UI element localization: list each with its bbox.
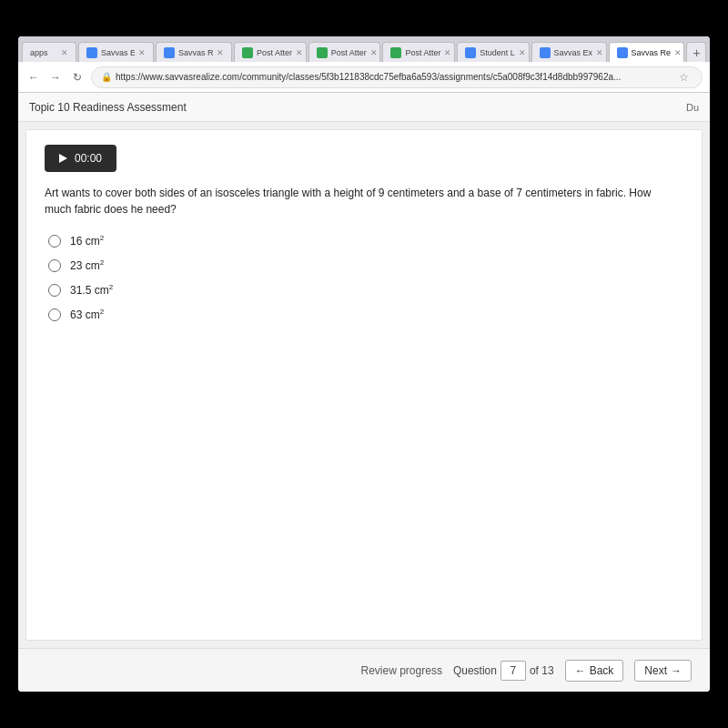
tab-student[interactable]: Student L ✕ xyxy=(457,42,529,62)
browser-tabs: apps ✕ Savvas Ex ✕ Savvas Re ✕ Post Atte… xyxy=(18,36,710,62)
page-title: Topic 10 Readiness Assessment xyxy=(29,101,187,114)
tab-favicon xyxy=(617,47,628,58)
answer-option-a[interactable]: 16 cm2 xyxy=(48,234,683,248)
page-header-right: Du xyxy=(686,102,699,113)
tab-favicon xyxy=(390,47,401,58)
tab-favicon xyxy=(242,47,253,58)
question-text: Art wants to cover both sides of an isos… xyxy=(45,185,663,217)
tab-close-icon[interactable]: ✕ xyxy=(674,48,682,57)
tab-favicon xyxy=(540,47,551,58)
video-time: 00:00 xyxy=(75,152,102,165)
answer-option-d[interactable]: 63 cm2 xyxy=(48,308,683,321)
next-label: Next xyxy=(644,664,667,677)
bottom-bar: Review progress Question 7 of 13 Back Ne… xyxy=(18,648,710,692)
tab-close-icon[interactable]: ✕ xyxy=(61,48,68,57)
tab-favicon xyxy=(465,47,476,58)
answer-label-d: 63 cm2 xyxy=(70,308,104,321)
review-progress-button[interactable]: Review progress xyxy=(361,664,442,677)
tab-savvas-ex-2[interactable]: Savvas Ex ✕ xyxy=(531,42,607,62)
answer-option-c[interactable]: 31.5 cm2 xyxy=(48,283,683,297)
address-bar: ← → ↻ 🔒 https://www.savvasrealize.com/co… xyxy=(18,62,710,93)
next-button[interactable]: Next xyxy=(634,660,692,682)
answer-label-a: 16 cm2 xyxy=(70,234,104,248)
tab-close-icon[interactable]: ✕ xyxy=(519,48,526,57)
video-play-button[interactable]: 00:00 xyxy=(45,145,116,172)
next-arrow-icon xyxy=(671,664,682,677)
tab-favicon xyxy=(164,47,175,58)
back-arrow-icon xyxy=(575,664,586,677)
tab-savvas-re-active[interactable]: Savvas Re ✕ xyxy=(609,42,685,62)
current-question: 7 xyxy=(511,664,517,677)
reload-button[interactable]: ↻ xyxy=(69,69,86,86)
question-navigation: Question 7 of 13 xyxy=(453,661,554,681)
url-bar[interactable]: 🔒 https://www.savvasrealize.com/communit… xyxy=(91,66,703,88)
tab-close-icon[interactable]: ✕ xyxy=(217,48,224,57)
back-label: Back xyxy=(590,664,614,677)
radio-d[interactable] xyxy=(48,308,61,321)
back-button[interactable]: Back xyxy=(565,660,624,682)
tab-close-icon[interactable]: ✕ xyxy=(444,48,451,57)
tab-close-icon[interactable]: ✕ xyxy=(370,48,378,57)
radio-c[interactable] xyxy=(48,284,61,297)
answer-options: 16 cm2 23 cm2 31.5 cm2 63 cm2 xyxy=(45,234,683,321)
question-label: Question xyxy=(453,664,497,677)
answer-option-b[interactable]: 23 cm2 xyxy=(48,258,683,272)
radio-b[interactable] xyxy=(48,259,61,272)
tab-post-3[interactable]: Post Atter ✕ xyxy=(382,42,455,62)
radio-a[interactable] xyxy=(48,235,61,248)
tab-favicon xyxy=(86,47,97,58)
tab-close-icon[interactable]: ✕ xyxy=(138,48,146,57)
question-number-input[interactable]: 7 xyxy=(500,661,526,681)
forward-nav-button[interactable]: → xyxy=(47,69,64,86)
page-header: Topic 10 Readiness Assessment Du xyxy=(18,93,710,122)
bookmark-icon[interactable]: ☆ xyxy=(679,71,693,84)
tab-new[interactable]: + xyxy=(686,42,706,62)
answer-label-c: 31.5 cm2 xyxy=(70,283,113,297)
tab-post-1[interactable]: Post Atter ✕ xyxy=(234,42,307,62)
tab-apps[interactable]: apps ✕ xyxy=(22,42,76,62)
tab-savvas-re-1[interactable]: Savvas Re ✕ xyxy=(156,42,232,62)
total-questions: of 13 xyxy=(530,664,554,677)
url-text: https://www.savvasrealize.com/community/… xyxy=(116,72,621,82)
back-nav-button[interactable]: ← xyxy=(25,69,42,86)
tab-savvas-ex-1[interactable]: Savvas Ex ✕ xyxy=(78,42,154,62)
lock-icon: 🔒 xyxy=(101,72,112,82)
tab-close-icon[interactable]: ✕ xyxy=(296,48,303,57)
answer-label-b: 23 cm2 xyxy=(70,258,104,272)
tab-post-2[interactable]: Post Atter ✕ xyxy=(308,42,381,62)
tab-favicon xyxy=(317,47,328,58)
play-icon xyxy=(59,154,67,163)
main-content: 00:00 Art wants to cover both sides of a… xyxy=(25,129,703,641)
tab-close-icon[interactable]: ✕ xyxy=(596,48,603,57)
